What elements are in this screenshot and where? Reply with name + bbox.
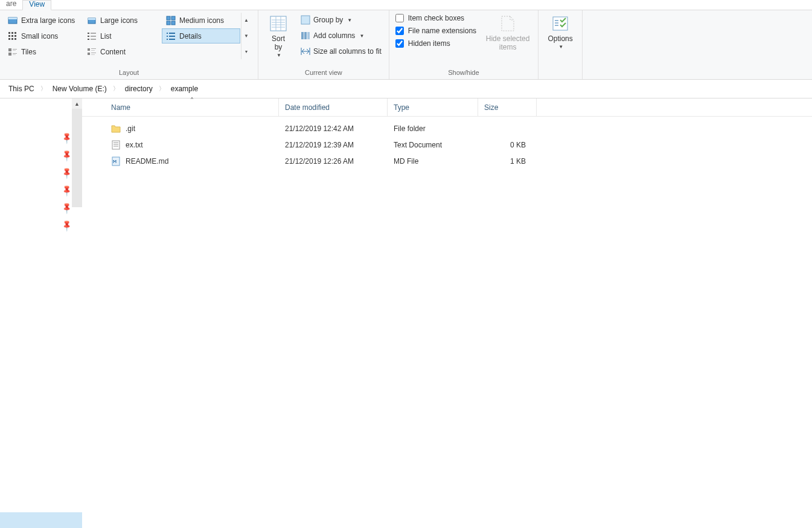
file-extensions-checkbox[interactable] [395,27,404,35]
text-file-icon [111,140,121,150]
nav-scrollbar[interactable]: ▲ [72,98,82,207]
svg-rect-7 [171,21,175,25]
main-area: ▲ 📌 📌 📌 📌 📌 📌 Name Date modified Type Si… [0,98,812,528]
caret-down-icon: ▼ [277,53,281,58]
layout-medium[interactable]: Medium icons [162,13,240,28]
hidden-items-toggle[interactable]: Hidden items [395,39,476,48]
svg-rect-18 [91,33,96,34]
ribbon-group-label-current-view: Current view [262,67,385,78]
svg-rect-17 [88,33,89,34]
column-header-date[interactable]: Date modified [279,98,388,116]
chevron-right-icon[interactable]: 〉 [38,85,49,93]
column-header-name[interactable]: Name [105,98,279,116]
file-name: README.md [126,157,168,166]
chevron-right-icon[interactable]: 〉 [156,85,167,93]
group-by-button[interactable]: Group by ▼ [297,13,385,27]
group-by-icon [301,15,310,25]
tab-view[interactable]: View [22,0,51,10]
add-columns-button[interactable]: Add columns ▼ [297,28,385,43]
breadcrumb-directory[interactable]: directory [123,83,155,94]
svg-rect-21 [88,39,89,40]
pin-icon: 📌 [60,219,73,233]
file-type: Text Document [388,141,478,149]
ribbon: Extra large icons Large icons Medium ico… [0,10,812,80]
hide-selected-items-button[interactable]: Hide selected items [481,13,534,53]
layout-spin-down[interactable]: ▼ [241,28,251,44]
svg-rect-8 [8,32,10,34]
options-label: Options [548,34,572,43]
svg-rect-23 [167,33,168,34]
layout-spinner: ▲ ▼ ▾ [241,13,252,59]
column-header-size[interactable]: Size [478,98,537,116]
item-checkboxes-checkbox[interactable] [395,14,404,22]
file-date: 21/12/2019 12:42 AM [279,124,388,133]
caret-down-icon: ▼ [359,33,364,39]
layout-label: List [100,32,112,40]
svg-rect-25 [167,36,168,37]
layout-label: Content [100,48,126,56]
hidden-items-checkbox[interactable] [395,39,404,48]
layout-spin-up[interactable]: ▲ [241,13,251,28]
breadcrumb-example[interactable]: example [168,83,200,94]
file-date: 21/12/2019 12:26 AM [279,157,388,166]
caret-down-icon: ▼ [558,44,563,50]
ribbon-group-options: Options ▼ [539,10,583,79]
file-row[interactable]: ex.txt 21/12/2019 12:39 AM Text Document… [82,137,812,153]
svg-rect-16 [14,38,16,40]
svg-rect-13 [14,35,16,37]
pin-icon: 📌 [60,167,73,180]
nav-selected-item[interactable] [0,512,82,528]
layout-details[interactable]: Details [162,28,240,43]
layout-small[interactable]: Small icons [4,28,82,43]
tiles-icon [8,47,18,57]
options-button[interactable]: Options ▼ [542,13,578,51]
file-date: 21/12/2019 12:39 AM [279,141,388,149]
layout-content[interactable]: Content [83,44,161,59]
item-checkboxes-label: Item check boxes [408,14,464,22]
ribbon-group-label-options [542,67,578,78]
layout-list[interactable]: List [83,28,161,43]
layout-tiles[interactable]: Tiles [4,44,82,59]
size-columns-icon [301,47,310,56]
file-row[interactable]: .git 21/12/2019 12:42 AM File folder [82,120,812,137]
group-by-label: Group by [313,16,343,24]
chevron-right-icon[interactable]: 〉 [110,85,121,93]
breadcrumb-volume[interactable]: New Volume (E:) [50,83,109,94]
svg-rect-4 [167,16,170,20]
svg-rect-49 [301,32,304,39]
svg-rect-37 [91,50,95,51]
sort-by-button[interactable]: Sort by ▼ [262,13,295,59]
svg-rect-28 [169,39,175,40]
file-extensions-toggle[interactable]: File name extensions [395,27,476,35]
size-all-columns-button[interactable]: Size all columns to fit [297,44,385,59]
column-header-type[interactable]: Type [388,98,478,116]
svg-rect-34 [13,54,16,55]
scroll-up-icon[interactable]: ▲ [72,98,82,109]
file-extensions-label: File name extensions [408,27,476,35]
svg-rect-1 [8,18,17,19]
svg-rect-35 [88,48,90,51]
extra-large-icons-icon [8,16,18,25]
svg-rect-30 [13,49,17,50]
svg-rect-12 [11,35,13,37]
layout-extra-large[interactable]: Extra large icons [4,13,82,28]
item-checkboxes-toggle[interactable]: Item check boxes [395,14,476,22]
layout-spin-more[interactable]: ▾ [241,43,251,59]
file-size: 0 KB [478,141,537,149]
hide-selected-icon [498,14,517,33]
layout-large[interactable]: Large icons [83,13,161,28]
svg-rect-32 [8,53,11,56]
svg-rect-48 [301,16,310,24]
list-icon [87,31,97,41]
svg-rect-31 [13,50,16,51]
svg-rect-50 [304,32,307,39]
pin-icon: 📌 [60,132,73,145]
file-row[interactable]: README.md 21/12/2019 12:26 AM MD File 1 … [82,153,812,169]
add-columns-label: Add columns [313,31,355,40]
sort-by-icon [269,14,288,33]
file-name: ex.txt [126,141,143,149]
tab-share[interactable]: are [0,0,22,10]
caret-down-icon: ▼ [347,18,352,23]
svg-rect-10 [14,32,16,34]
breadcrumb-this-pc[interactable]: This PC [6,83,37,94]
